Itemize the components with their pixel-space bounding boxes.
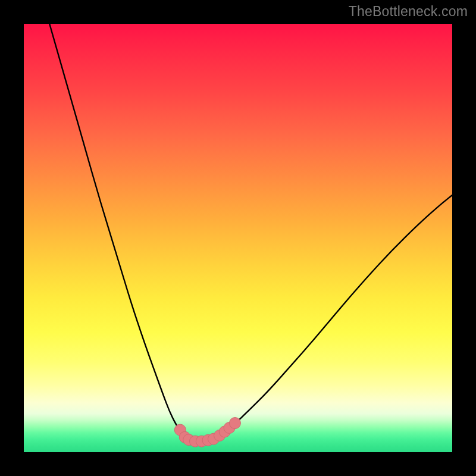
plot-area — [24, 24, 452, 452]
bottleneck-curve — [49, 24, 452, 441]
curve-marker — [229, 418, 240, 429]
chart-frame: TheBottleneck.com — [0, 0, 476, 476]
curve-layer — [24, 24, 452, 452]
watermark-text: TheBottleneck.com — [349, 4, 468, 20]
curve-markers — [174, 418, 240, 447]
